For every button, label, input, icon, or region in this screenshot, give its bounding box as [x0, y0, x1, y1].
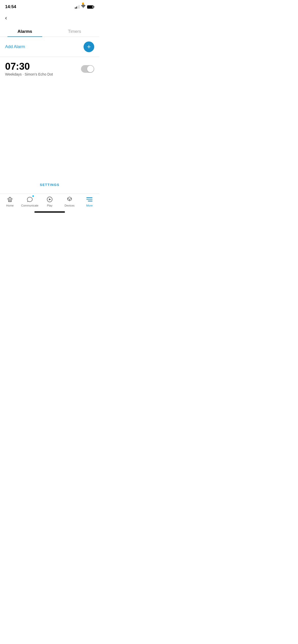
home-indicator	[34, 211, 65, 213]
alarm-toggle[interactable]	[81, 65, 94, 73]
back-chevron-icon: ‹	[5, 15, 7, 21]
nav-item-home[interactable]: Home	[0, 196, 20, 207]
back-button[interactable]: ‹	[0, 13, 99, 23]
status-bar: 14:54	[0, 0, 99, 13]
plus-icon: +	[87, 43, 91, 50]
notification-dot	[82, 3, 84, 5]
toggle-knob	[87, 66, 94, 72]
battery-icon	[87, 5, 94, 9]
alarm-details: Weekdays · Simon's Echo Dot	[5, 72, 53, 76]
add-alarm-button[interactable]: +	[84, 41, 94, 52]
status-time: 14:54	[5, 4, 16, 9]
add-alarm-link[interactable]: Add Alarm	[5, 44, 25, 49]
alarm-time: 07:30	[5, 62, 53, 71]
tab-timers[interactable]: Timers	[50, 26, 99, 37]
wifi-icon	[81, 5, 86, 9]
settings-label: SETTINGS	[0, 178, 99, 192]
svg-marker-4	[49, 198, 51, 200]
tabs-container: Alarms Timers	[0, 26, 99, 37]
more-icon	[86, 196, 93, 203]
nav-label-home: Home	[6, 204, 13, 207]
alarm-info: 07:30 Weekdays · Simon's Echo Dot	[5, 62, 53, 76]
play-icon	[46, 196, 53, 203]
tab-alarms[interactable]: Alarms	[0, 26, 50, 37]
devices-icon	[66, 196, 73, 203]
add-alarm-row: Add Alarm +	[0, 37, 99, 57]
nav-label-more: More	[86, 204, 92, 207]
nav-label-play: Play	[47, 204, 52, 207]
alarm-item[interactable]: 07:30 Weekdays · Simon's Echo Dot	[0, 57, 99, 81]
nav-item-play[interactable]: Play	[40, 196, 60, 207]
nav-item-communicate[interactable]: Communicate	[20, 196, 40, 207]
signal-strength-icon	[75, 5, 79, 9]
home-icon	[6, 196, 13, 203]
nav-item-devices[interactable]: Devices	[60, 196, 79, 207]
status-icons	[75, 5, 94, 9]
communicate-badge	[32, 195, 34, 197]
nav-item-more[interactable]: More	[79, 196, 99, 207]
communicate-icon	[26, 196, 33, 203]
svg-rect-1	[9, 200, 11, 202]
nav-label-devices: Devices	[64, 204, 74, 207]
nav-label-communicate: Communicate	[21, 204, 38, 207]
